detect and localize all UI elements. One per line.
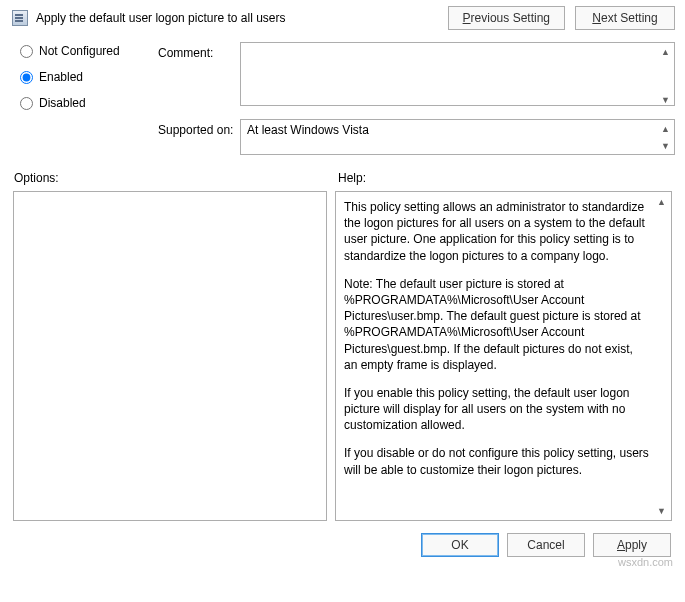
apply-button[interactable]: Apply (593, 533, 671, 557)
help-scrollbar[interactable]: ▲ ▼ (653, 193, 670, 519)
radio-disabled-input[interactable] (20, 97, 33, 110)
watermark: wsxdn.com (618, 556, 673, 568)
radio-enabled[interactable]: Enabled (20, 70, 158, 84)
next-setting-button[interactable]: Next Setting (575, 6, 675, 30)
scroll-down-icon[interactable]: ▼ (657, 137, 674, 154)
radio-not-configured-label: Not Configured (39, 44, 120, 58)
options-label: Options: (14, 171, 334, 185)
supported-on-value: At least Windows Vista (240, 119, 675, 155)
options-pane (13, 191, 327, 521)
scroll-down-icon[interactable]: ▼ (657, 91, 674, 108)
comment-input[interactable] (240, 42, 675, 106)
scroll-up-icon[interactable]: ▲ (657, 120, 674, 137)
policy-title: Apply the default user logon picture to … (36, 11, 285, 25)
help-paragraph: This policy setting allows an administra… (344, 199, 649, 264)
scroll-up-icon[interactable]: ▲ (657, 43, 674, 60)
previous-setting-button[interactable]: Previous Setting (448, 6, 565, 30)
comment-scrollbar[interactable]: ▲ ▼ (657, 43, 674, 108)
radio-enabled-input[interactable] (20, 71, 33, 84)
help-paragraph: If you enable this policy setting, the d… (344, 385, 649, 434)
ok-button[interactable]: OK (421, 533, 499, 557)
help-text: This policy setting allows an administra… (336, 192, 671, 520)
scroll-down-icon[interactable]: ▼ (653, 502, 670, 519)
radio-not-configured[interactable]: Not Configured (20, 44, 158, 58)
policy-icon (12, 10, 28, 26)
radio-disabled-label: Disabled (39, 96, 86, 110)
comment-label: Comment: (158, 42, 240, 60)
radio-enabled-label: Enabled (39, 70, 83, 84)
scroll-up-icon[interactable]: ▲ (653, 193, 670, 210)
help-label: Help: (334, 171, 366, 185)
radio-disabled[interactable]: Disabled (20, 96, 158, 110)
cancel-button[interactable]: Cancel (507, 533, 585, 557)
radio-not-configured-input[interactable] (20, 45, 33, 58)
supported-on-label: Supported on: (158, 119, 240, 137)
help-pane: This policy setting allows an administra… (335, 191, 672, 521)
supported-scrollbar[interactable]: ▲ ▼ (657, 120, 674, 154)
help-paragraph: If you disable or do not configure this … (344, 445, 649, 477)
help-paragraph: Note: The default user picture is stored… (344, 276, 649, 373)
